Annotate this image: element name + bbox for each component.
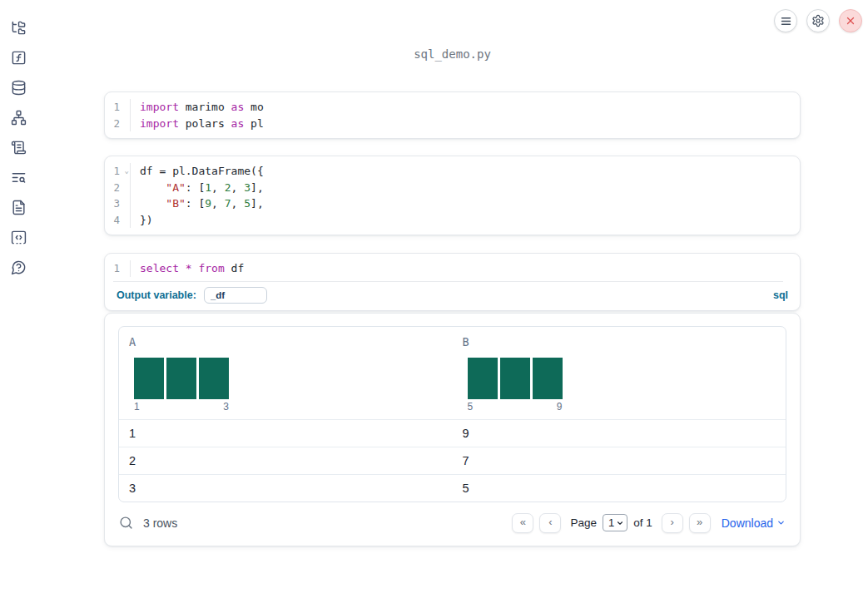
line-number: 1⌄ (105, 163, 130, 180)
histogram-bar (134, 358, 164, 399)
code-square-icon[interactable] (10, 229, 27, 245)
menu-button[interactable] (774, 9, 797, 32)
pagination: « ‹ Page 1 of 1 › » (512, 513, 710, 533)
column-header[interactable]: B59 (453, 327, 786, 419)
histogram-bar (500, 358, 530, 399)
notebook-main: sql_demo.py 1import marimo as mo2import … (37, 0, 868, 546)
search-icon (119, 516, 134, 530)
download-button[interactable]: Download (722, 516, 786, 530)
histogram-bar (533, 358, 563, 399)
file-text-icon[interactable] (10, 199, 27, 215)
table-cell: 2 (119, 454, 453, 467)
chevron-down-icon (616, 519, 624, 527)
topbar (774, 9, 862, 32)
column-name: A (129, 335, 443, 348)
line-number: 1 (105, 99, 130, 116)
scroll-text-icon[interactable] (10, 139, 27, 156)
table-cell: 5 (453, 482, 786, 495)
table-cell: 3 (119, 482, 453, 495)
code-line: 1import marimo as mo (105, 99, 800, 116)
sql-cell[interactable]: 1select * from df Output variable: sql (104, 253, 801, 311)
code-line: 2import polars as pl (105, 116, 800, 132)
code-line: 1select * from df (105, 260, 800, 277)
code-line: 4}) (105, 212, 800, 229)
histogram-bar (166, 358, 196, 399)
histogram-labels: 59 (468, 401, 563, 413)
search-button[interactable] (119, 516, 134, 531)
code-editor[interactable]: 1import marimo as mo2import polars as pl (105, 92, 800, 138)
shutdown-button[interactable] (839, 9, 862, 32)
table-cell: 1 (119, 427, 453, 440)
first-page-button[interactable]: « (512, 513, 533, 533)
line-number: 1 (105, 260, 130, 277)
cell-output: A13B59 192735 3 rows « ‹ Page 1 (104, 313, 801, 546)
help-bubble-icon[interactable] (10, 259, 27, 275)
table-row: 35 (119, 474, 786, 502)
column-header[interactable]: A13 (119, 327, 453, 419)
last-page-button[interactable]: » (689, 513, 711, 533)
function-square-icon[interactable] (10, 49, 27, 66)
chevron-down-icon (776, 518, 786, 527)
fold-chevron-icon[interactable]: ⌄ (125, 163, 129, 180)
code-editor[interactable]: 1select * from df (105, 254, 800, 277)
hamburger-icon (780, 15, 792, 27)
code-cell-imports[interactable]: 1import marimo as mo2import polars as pl (104, 91, 801, 139)
prev-page-button[interactable]: ‹ (539, 513, 561, 533)
line-number: 2 (105, 116, 130, 132)
gear-icon (811, 14, 825, 27)
table-cell: 9 (453, 427, 786, 440)
table-row: 27 (119, 447, 786, 474)
page-select[interactable]: 1 (603, 514, 627, 531)
code-line: 3 "B": [9, 7, 5], (105, 195, 800, 212)
line-number: 3 (105, 195, 130, 212)
close-icon (845, 15, 856, 27)
table-row: 19 (119, 419, 786, 447)
next-page-button[interactable]: › (662, 513, 683, 533)
output-variable-label: Output variable: (117, 289, 196, 301)
line-number: 4 (105, 212, 130, 229)
text-search-icon[interactable] (10, 169, 27, 185)
database-icon[interactable] (10, 79, 27, 96)
line-number: 2 (105, 180, 130, 196)
notebook-filename: sql_demo.py (37, 0, 868, 61)
code-editor[interactable]: 1⌄df = pl.DataFrame({2 "A": [1, 2, 3],3 … (105, 156, 800, 235)
table-header: A13B59 (119, 327, 786, 419)
code-line: 1⌄df = pl.DataFrame({ (105, 163, 800, 180)
page-label: Page (570, 516, 597, 529)
folder-tree-icon[interactable] (10, 19, 27, 36)
settings-button[interactable] (806, 9, 830, 32)
histogram (134, 358, 229, 399)
code-line: 2 "A": [1, 2, 3], (105, 180, 800, 196)
histogram-bar (468, 358, 498, 399)
histogram-labels: 13 (134, 401, 229, 413)
page-of-label: of 1 (633, 516, 652, 529)
table-cell: 7 (453, 454, 786, 467)
network-icon[interactable] (10, 109, 27, 126)
row-count: 3 rows (143, 516, 177, 530)
dataframe-table: A13B59 192735 (118, 326, 786, 502)
table-footer: 3 rows « ‹ Page 1 of 1 › » D (118, 502, 786, 546)
language-badge[interactable]: sql (773, 289, 788, 301)
code-cell-dataframe[interactable]: 1⌄df = pl.DataFrame({2 "A": [1, 2, 3],3 … (104, 156, 801, 235)
output-variable-input[interactable] (204, 287, 267, 304)
column-name: B (463, 335, 776, 348)
table-body: 192735 (119, 419, 786, 502)
histogram-bar (199, 358, 229, 399)
sidebar (0, 0, 37, 593)
histogram (468, 358, 563, 399)
download-label: Download (722, 516, 773, 530)
output-variable-row: Output variable: sql (105, 282, 800, 310)
